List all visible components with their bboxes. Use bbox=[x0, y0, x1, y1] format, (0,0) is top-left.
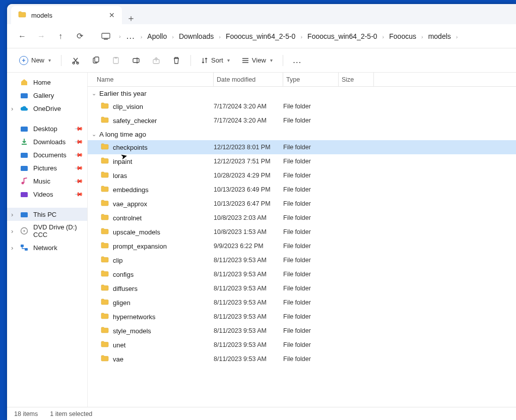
breadcrumb-fooocus-win64-2-5-0[interactable]: Fooocus_win64_2-5-0 bbox=[223, 30, 299, 42]
chevron-right-icon: › bbox=[117, 33, 123, 39]
file-name: vae_approx bbox=[113, 200, 147, 208]
cut-button[interactable] bbox=[67, 53, 85, 68]
tab-close-button[interactable]: ✕ bbox=[109, 11, 115, 19]
file-row-clip-vision[interactable]: clip_vision7/17/2024 3:20 AMFile folder bbox=[88, 99, 516, 113]
sidebar-item-onedrive[interactable]: OneDrive bbox=[7, 102, 87, 115]
file-row-clip[interactable]: clip8/11/2023 9:53 AMFile folder bbox=[88, 253, 516, 267]
file-row-vae[interactable]: vae8/11/2023 9:53 AMFile folder bbox=[88, 352, 516, 366]
file-row-upscale-models[interactable]: upscale_models10/8/2023 1:53 AMFile fold… bbox=[88, 225, 516, 239]
file-type: File folder bbox=[283, 158, 339, 165]
sidebar-item-label: DVD Drive (D:) CCC bbox=[33, 223, 82, 238]
file-row-configs[interactable]: configs8/11/2023 9:53 AMFile folder bbox=[88, 267, 516, 281]
sidebar-item-gallery[interactable]: Gallery bbox=[7, 89, 87, 102]
breadcrumb-downloads[interactable]: Downloads bbox=[176, 30, 217, 42]
paste-button[interactable] bbox=[107, 53, 125, 68]
col-size[interactable]: Size bbox=[339, 73, 374, 86]
svg-rect-8 bbox=[133, 58, 139, 63]
sidebar-item-dvd-drive-d-ccc[interactable]: DVD Drive (D:) CCC bbox=[7, 221, 87, 241]
svg-rect-16 bbox=[21, 212, 28, 217]
chevron-down-icon: ⌄ bbox=[92, 90, 96, 97]
pc-crumb-icon[interactable] bbox=[98, 28, 114, 44]
status-selected: 1 item selected bbox=[50, 410, 92, 417]
sidebar-item-label: OneDrive bbox=[33, 105, 61, 112]
breadcrumb-fooocus-win64-2-5-0[interactable]: Fooocus_win64_2-5-0 bbox=[304, 30, 380, 42]
file-name: vae bbox=[113, 355, 123, 363]
group-earlier-this-year[interactable]: ⌄Earlier this year bbox=[88, 87, 516, 99]
file-row-embeddings[interactable]: embeddings10/13/2023 6:49 PMFile folder bbox=[88, 183, 516, 197]
sidebar-item-label: Home bbox=[33, 79, 51, 86]
file-row-controlnet[interactable]: controlnet10/8/2023 2:03 AMFile folder bbox=[88, 211, 516, 225]
file-date: 8/11/2023 9:53 AM bbox=[214, 327, 283, 334]
share-button[interactable] bbox=[147, 53, 165, 68]
sidebar-item-network[interactable]: Network bbox=[7, 241, 87, 254]
sidebar-item-home[interactable]: Home bbox=[7, 76, 87, 89]
file-row-loras[interactable]: loras10/28/2023 4:29 PMFile folder bbox=[88, 168, 516, 183]
breadcrumb-fooocus[interactable]: Fooocus bbox=[386, 30, 419, 42]
file-type: File folder bbox=[283, 243, 339, 250]
file-date: 8/11/2023 9:53 AM bbox=[214, 271, 283, 278]
chevron-right-icon: › bbox=[380, 34, 386, 40]
delete-button[interactable] bbox=[167, 53, 185, 68]
file-row-checkpoints[interactable]: checkpoints12/12/2023 8:01 PMFile folder bbox=[88, 140, 516, 154]
file-row-hypernetworks[interactable]: hypernetworks8/11/2023 9:53 AMFile folde… bbox=[88, 310, 516, 324]
svg-rect-15 bbox=[21, 192, 28, 197]
column-headers[interactable]: Name Date modified Type Size bbox=[88, 73, 516, 87]
sort-button[interactable]: Sort ▾ bbox=[196, 53, 235, 67]
sidebar-item-downloads[interactable]: Downloads📌 bbox=[7, 135, 87, 148]
folder-icon bbox=[101, 186, 109, 194]
sidebar-item-pictures[interactable]: Pictures📌 bbox=[7, 161, 87, 174]
videos-icon bbox=[20, 190, 28, 198]
sidebar-item-label: This PC bbox=[33, 211, 56, 218]
col-date[interactable]: Date modified bbox=[214, 73, 283, 86]
file-row-vae-approx[interactable]: vae_approx10/13/2023 6:47 PMFile folder bbox=[88, 197, 516, 211]
file-row-diffusers[interactable]: diffusers8/11/2023 9:53 AMFile folder bbox=[88, 281, 516, 295]
file-name: prompt_expansion bbox=[113, 243, 167, 250]
col-type[interactable]: Type bbox=[283, 73, 339, 86]
up-button[interactable]: ↑ bbox=[52, 28, 69, 44]
back-button[interactable]: ← bbox=[14, 28, 30, 44]
col-name[interactable]: Name bbox=[94, 73, 214, 86]
svg-rect-10 bbox=[21, 93, 28, 98]
svg-rect-5 bbox=[95, 57, 99, 62]
file-row-style-models[interactable]: style_models8/11/2023 9:53 AMFile folder bbox=[88, 324, 516, 338]
folder-icon bbox=[101, 298, 109, 307]
sidebar-item-documents[interactable]: Documents📌 bbox=[7, 148, 87, 161]
copy-button[interactable] bbox=[87, 53, 105, 68]
rename-button[interactable] bbox=[127, 53, 145, 68]
file-row-unet[interactable]: unet8/11/2023 9:53 AMFile folder bbox=[88, 338, 516, 352]
folder-icon bbox=[101, 256, 109, 264]
sidebar-item-videos[interactable]: Videos📌 bbox=[7, 188, 87, 201]
group-a-long-time-ago[interactable]: ⌄A long time ago bbox=[88, 128, 516, 140]
more-button[interactable]: … bbox=[288, 52, 306, 69]
gallery-icon bbox=[20, 91, 28, 99]
new-button[interactable]: + New ▾ bbox=[14, 53, 56, 68]
sidebar-item-this-pc[interactable]: This PC bbox=[7, 208, 87, 221]
folder-icon bbox=[18, 11, 26, 19]
breadcrumb-overflow[interactable]: … bbox=[126, 31, 136, 41]
refresh-button[interactable]: ⟳ bbox=[72, 28, 88, 44]
folder-icon bbox=[101, 157, 109, 165]
sidebar-item-music[interactable]: Music📌 bbox=[7, 174, 87, 188]
view-button[interactable]: View ▾ bbox=[237, 53, 278, 67]
file-row-safety-checker[interactable]: safety_checker7/17/2024 3:20 AMFile fold… bbox=[88, 113, 516, 128]
file-date: 10/13/2023 6:49 PM bbox=[214, 186, 283, 193]
breadcrumb-apollo[interactable]: Apollo bbox=[144, 30, 170, 42]
file-type: File folder bbox=[283, 144, 339, 151]
folder-icon bbox=[101, 242, 109, 250]
toolbar: + New ▾ Sort ▾ View bbox=[7, 48, 516, 73]
breadcrumb-models[interactable]: models bbox=[425, 30, 454, 42]
folder-icon bbox=[101, 228, 109, 236]
new-tab-button[interactable]: ＋ bbox=[122, 12, 140, 24]
file-date: 8/11/2023 9:53 AM bbox=[214, 257, 283, 264]
file-row-gligen[interactable]: gligen8/11/2023 9:53 AMFile folder bbox=[88, 295, 516, 310]
tab-models[interactable]: models ✕ bbox=[11, 6, 122, 24]
net-icon bbox=[20, 244, 28, 252]
file-row-prompt-expansion[interactable]: prompt_expansion9/9/2023 6:22 PMFile fol… bbox=[88, 239, 516, 253]
sidebar-item-desktop[interactable]: Desktop📌 bbox=[7, 122, 87, 135]
file-date: 10/13/2023 6:47 PM bbox=[214, 200, 283, 207]
pc-icon bbox=[20, 210, 28, 218]
file-row-inpaint[interactable]: inpaint12/12/2023 7:51 PMFile folder bbox=[88, 154, 516, 168]
file-name: diffusers bbox=[113, 285, 138, 292]
file-type: File folder bbox=[283, 299, 339, 306]
forward-button[interactable]: → bbox=[33, 28, 49, 44]
